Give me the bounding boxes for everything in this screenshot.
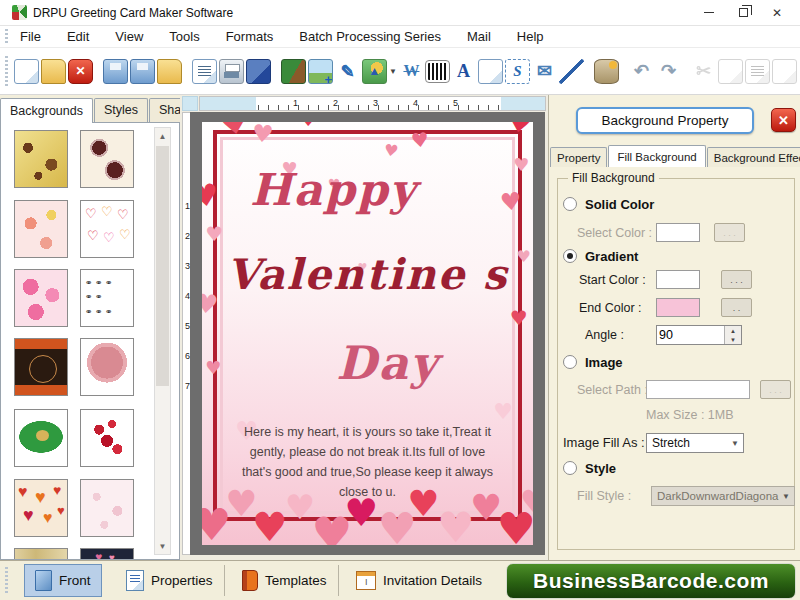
copy-icon[interactable] — [718, 59, 743, 84]
solid-color-swatch[interactable] — [656, 223, 700, 242]
angle-input[interactable] — [659, 326, 721, 344]
tab-fill-background[interactable]: Fill Background — [608, 145, 705, 167]
menu-batch-processing-series[interactable]: Batch Processing Series — [299, 29, 441, 44]
edit-board-icon[interactable] — [281, 59, 306, 84]
mail-envelope-icon[interactable]: ✉ — [532, 59, 557, 84]
cut-icon[interactable]: ✂ — [691, 59, 716, 84]
invitation-details-button-label: Invitation Details — [383, 573, 482, 588]
menu-mail[interactable]: Mail — [467, 29, 491, 44]
background-thumbnail-pink-hearts[interactable] — [14, 269, 68, 327]
delete-icon[interactable] — [772, 59, 797, 84]
fill-style-dropdown[interactable]: DarkDownwardDiagona ▼ — [651, 486, 795, 506]
background-thumbnail-wedding-couples[interactable] — [80, 269, 134, 327]
menu-formats[interactable]: Formats — [226, 29, 274, 44]
background-property-header-button[interactable]: Background Property — [576, 107, 754, 134]
database-icon[interactable] — [594, 59, 619, 84]
save-icon[interactable] — [103, 59, 128, 84]
tab-backgrounds[interactable]: Backgrounds — [0, 98, 93, 123]
background-thumbnail-gold-texture[interactable] — [14, 548, 68, 560]
card-title-line3[interactable]: Day — [202, 336, 533, 390]
style-radio[interactable] — [563, 461, 577, 475]
background-thumbnail-patterned-hearts[interactable]: ♥♥♥♥♥♥ — [14, 479, 68, 537]
background-thumbnail-pink-elephant[interactable] — [80, 338, 134, 396]
select-path-field[interactable] — [646, 380, 750, 399]
image-radio[interactable] — [563, 355, 577, 369]
background-thumbnail-pink-floral[interactable] — [14, 200, 68, 258]
tab-styles[interactable]: Styles — [94, 98, 148, 123]
copies-icon[interactable] — [246, 59, 271, 84]
solid-color-radio[interactable] — [563, 197, 577, 211]
card-title-line1[interactable]: Happy — [202, 164, 533, 215]
redo-icon[interactable]: ↷ — [656, 59, 681, 84]
minimize-button[interactable] — [692, 2, 726, 24]
menu-file[interactable]: File — [20, 29, 41, 44]
angle-up-icon[interactable]: ▲ — [725, 326, 741, 335]
save-as-icon[interactable] — [130, 59, 155, 84]
heart-decoration: ♥ — [252, 507, 288, 545]
scroll-up-icon[interactable]: ▲ — [155, 128, 170, 144]
invitation-details-button[interactable]: Invitation Details — [346, 564, 492, 597]
style-label: Style — [585, 461, 616, 476]
shapes-icon[interactable]: ▲ — [362, 59, 387, 84]
close-file-icon[interactable]: ✕ — [68, 59, 93, 84]
paste-icon[interactable] — [745, 59, 770, 84]
line-icon[interactable] — [559, 59, 584, 84]
print-preview-icon[interactable] — [192, 59, 217, 84]
greeting-card-preview[interactable]: ♥♥♥♥♥♥♥♥♥♥♥♥♥♥♥♥♥♥♥♥♥♥♥♥♥♥♥♥♥♥♥♥ Happy V… — [202, 122, 533, 545]
select-path-browse-button[interactable]: . . . — [760, 380, 791, 399]
gallery-scrollbar[interactable]: ▲ ▼ — [154, 127, 171, 555]
tab-background-effects[interactable]: Background Effects — [707, 147, 800, 167]
end-color-browse-button[interactable]: . . — [721, 298, 752, 317]
background-thumbnail-navy-roses[interactable]: ♥♥ — [80, 548, 134, 560]
restore-button[interactable] — [726, 2, 760, 24]
add-image-icon[interactable] — [308, 59, 333, 84]
undo-icon[interactable]: ↶ — [629, 59, 654, 84]
scroll-down-icon[interactable]: ▼ — [155, 538, 170, 554]
text-icon[interactable]: A — [451, 59, 476, 84]
background-thumbnail-brown-paisley[interactable] — [80, 130, 134, 188]
close-button[interactable]: ✕ — [760, 2, 794, 24]
signature-icon[interactable]: S — [505, 59, 530, 84]
front-button[interactable]: Front — [24, 564, 102, 597]
card-message[interactable]: Here is my heart, it is yours so take it… — [235, 422, 500, 502]
menu-bar: File Edit View Tools Formats Batch Proce… — [0, 26, 800, 48]
pen-icon[interactable]: ✎ — [335, 59, 360, 84]
h-ruler-number: 5 — [453, 98, 458, 108]
card-title-line2[interactable]: Valentine s — [202, 250, 533, 299]
new-document-icon[interactable] — [14, 59, 39, 84]
gradient-radio[interactable] — [563, 249, 577, 263]
properties-button[interactable]: Properties — [116, 564, 223, 597]
background-thumbnail-red-petals[interactable] — [80, 409, 134, 467]
angle-label: Angle : — [585, 328, 624, 342]
barcode-icon[interactable] — [426, 61, 449, 82]
background-thumbnail-yellow-floral[interactable] — [14, 130, 68, 188]
open-template-icon[interactable] — [157, 59, 182, 84]
watermark-icon[interactable]: W — [399, 59, 424, 84]
invitation-details-icon — [356, 571, 376, 590]
scrollbar-thumb[interactable] — [156, 146, 169, 386]
start-color-browse-button[interactable]: . . . — [721, 270, 752, 289]
tab-property[interactable]: Property — [550, 147, 607, 167]
background-thumbnail-pink-lace[interactable] — [80, 479, 134, 537]
templates-button[interactable]: Templates — [232, 564, 337, 597]
properties-icon — [126, 570, 144, 591]
print-icon[interactable] — [219, 59, 244, 84]
text-page-icon[interactable] — [478, 59, 503, 84]
menu-view[interactable]: View — [115, 29, 143, 44]
background-thumbnail-heart-outlines[interactable]: ♡♡♡♡♡♡ — [80, 200, 134, 258]
shapes-dropdown-icon[interactable]: ▼ — [389, 67, 397, 76]
end-color-swatch[interactable] — [656, 298, 700, 317]
menu-help[interactable]: Help — [517, 29, 544, 44]
open-file-icon[interactable] — [41, 59, 66, 84]
angle-down-icon[interactable]: ▼ — [725, 335, 741, 344]
templates-button-label: Templates — [265, 573, 327, 588]
menu-tools[interactable]: Tools — [169, 29, 199, 44]
panel-close-button[interactable]: ✕ — [771, 108, 796, 132]
background-thumbnail-leaf-ganesha[interactable] — [14, 409, 68, 467]
solid-color-browse-button[interactable]: . . . — [714, 223, 745, 242]
start-color-swatch[interactable] — [656, 270, 700, 289]
image-fill-as-dropdown[interactable]: Stretch ▼ — [646, 433, 744, 453]
max-size-text: Max Size : 1MB — [646, 408, 734, 422]
menu-edit[interactable]: Edit — [67, 29, 89, 44]
background-thumbnail-orange-tribal[interactable] — [14, 338, 68, 396]
